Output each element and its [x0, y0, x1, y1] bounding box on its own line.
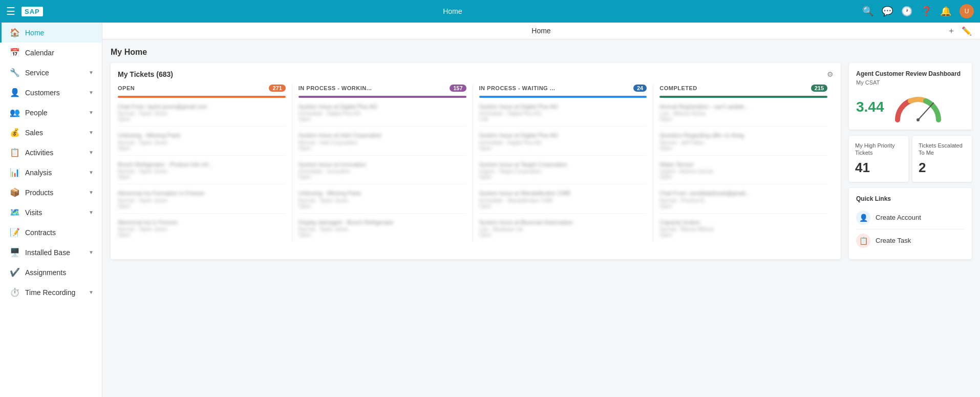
- ticket-sub: Normal - Blanse BithoutOpen: [659, 226, 827, 238]
- metric-value-escalated: 2: [919, 160, 966, 176]
- ticket-text: System Issue at Intel Corporation: [299, 132, 466, 139]
- sidebar-item-customers[interactable]: 👤 Customers ▼: [0, 82, 102, 102]
- bell-icon[interactable]: 🔔: [940, 6, 951, 17]
- ticket-col-completed: COMPLETED 215 Annual Registration - can'…: [653, 85, 834, 242]
- ticket-item[interactable]: System Issue at Wandelbroker CWB Immedia…: [479, 190, 647, 213]
- ticket-sub: Normal - Intel CorporationOpen: [299, 140, 466, 151]
- ticket-item[interactable]: Chat From: taylor.jones@gmail.com Normal…: [118, 103, 286, 127]
- hamburger-menu[interactable]: ☰: [6, 5, 15, 17]
- sidebar-item-products[interactable]: 📦 Products ▼: [0, 182, 102, 202]
- quick-link-create-account[interactable]: 👤 Create Account: [856, 206, 965, 229]
- sidebar-icon-people: 👥: [10, 108, 20, 117]
- sidebar-item-calendar[interactable]: 📅 Calendar: [0, 43, 102, 62]
- sap-logo: SAP: [22, 7, 43, 16]
- right-panel: Agent Customer Review Dashboard My CSAT …: [849, 63, 972, 259]
- sidebar-item-people[interactable]: 👥 People ▼: [0, 102, 102, 122]
- ticket-sub: Immediate - Digital Plus AGOpen: [299, 111, 466, 122]
- ticket-sub: Normal - Taylor JonesOpen: [118, 226, 286, 238]
- ticket-item[interactable]: Chat From: candidatebook@gmail... Normal…: [659, 190, 827, 213]
- ticket-sub: Immediate - Wandelbroker CWBOpen: [479, 198, 647, 209]
- tickets-settings-button[interactable]: ⚙: [827, 70, 834, 78]
- edit-button[interactable]: ✏️: [962, 26, 972, 36]
- ticket-col-open: OPEN 271 Chat From: taylor.jones@gmail.c…: [118, 85, 292, 242]
- ticket-item[interactable]: Capacity broken Normal - Blanse BithoutO…: [659, 219, 827, 242]
- ticket-item[interactable]: Unboxing - Missing Parts Normal - Taylor…: [118, 132, 286, 155]
- nav-center-title: Home: [443, 7, 462, 15]
- sidebar-item-home[interactable]: 🏠 Home: [0, 23, 102, 43]
- ticket-item[interactable]: System Issue at Digital Plus AG Immediat…: [299, 103, 466, 127]
- sidebar-item-installed-base[interactable]: 🖥️ Installed Base ▼: [0, 242, 102, 262]
- main-layout: 🏠 Home 📅 Calendar 🔧 Service ▼ 👤 Customer…: [0, 23, 980, 397]
- sidebar-item-activities[interactable]: 📋 Activities ▼: [0, 142, 102, 162]
- chevron-icon-service: ▼: [89, 70, 94, 75]
- chat-icon[interactable]: 💬: [882, 6, 893, 17]
- sidebar-label-analysis: Analysis: [25, 169, 83, 177]
- ticket-item[interactable]: Annual Registration - can't update... Lo…: [659, 103, 827, 127]
- col-bar-completed: [659, 96, 827, 98]
- sidebar-label-people: People: [25, 109, 83, 117]
- ticket-item[interactable]: System Issue at Digital Plus AG Immediat…: [479, 132, 647, 155]
- ticket-item[interactable]: System Issue at Intel Corporation Normal…: [299, 132, 466, 155]
- ticket-text: System Issue at Wandelbroker CWB: [479, 190, 647, 197]
- sidebar-item-sales[interactable]: 💰 Sales ▼: [0, 122, 102, 142]
- ticket-sub: Low - Bluebase LtdOpen: [479, 226, 647, 238]
- ticket-text: Abnormal Ice in Freezer: [118, 219, 286, 226]
- sidebar-item-analysis[interactable]: 📊 Analysis ▼: [0, 162, 102, 182]
- ticket-item[interactable]: Water Sensor Urgent - Aldona CarrowOpen: [659, 161, 827, 184]
- ticket-item[interactable]: System Issue at Innovation Immediate - I…: [299, 161, 466, 184]
- sidebar-item-visits[interactable]: 🗺️ Visits ▼: [0, 202, 102, 222]
- ticket-item[interactable]: Question Regarding offer on thing Normal…: [659, 132, 827, 155]
- sidebar-icon-products: 📦: [10, 187, 20, 197]
- sidebar-icon-service: 🔧: [10, 68, 20, 77]
- user-avatar[interactable]: U: [960, 4, 974, 18]
- svg-line-0: [918, 103, 933, 120]
- gauge-container: 3.44: [856, 92, 965, 122]
- ticket-sub: Normal - Taylor JonesOpen: [299, 226, 466, 238]
- history-icon[interactable]: 🕐: [901, 6, 912, 17]
- ticket-text: Water Sensor: [659, 161, 827, 169]
- col-bar-in-process-waiting: [479, 96, 647, 98]
- quick-link-create-task[interactable]: 📋 Create Task: [856, 229, 965, 252]
- sidebar-icon-sales: 💰: [10, 128, 20, 137]
- ticket-item[interactable]: Abnormal Ice Formation in Freezer Normal…: [118, 190, 286, 213]
- csat-title: Agent Customer Review Dashboard: [856, 70, 965, 77]
- ticket-sub: Normal - Jeff FallonOpen: [659, 140, 827, 151]
- col-label-completed: COMPLETED: [659, 85, 697, 91]
- ticket-text: System Issue at Bluemart Automation: [479, 219, 647, 226]
- ticket-text: System Issue at Digital Plus AG: [479, 103, 647, 111]
- ticket-item[interactable]: Display damaged - Bosch Refrigerator Nor…: [299, 219, 466, 242]
- add-widget-button[interactable]: ＋: [947, 26, 955, 36]
- metric-card-high-priority: My High Priority Tickets 41: [849, 136, 908, 182]
- quick-link-label-create-task: Create Task: [876, 237, 911, 244]
- tickets-header-row: My Tickets (683) ⚙: [118, 70, 834, 78]
- ticket-text: System Issue at Digital Plus AG: [479, 132, 647, 139]
- sidebar-item-contracts[interactable]: 📝 Contracts: [0, 222, 102, 242]
- sidebar-item-time-recording[interactable]: ⏱️ Time Recording ▼: [0, 282, 102, 302]
- ticket-sub: Immediate - Digital Plus AGLow: [479, 111, 647, 122]
- sidebar-label-home: Home: [25, 29, 94, 37]
- help-icon[interactable]: ❓: [921, 6, 932, 17]
- ticket-sub: Immediate - Digital Plus AGOpen: [479, 140, 647, 151]
- col-badge-open: 271: [269, 85, 285, 92]
- svg-point-1: [917, 118, 920, 121]
- sidebar-icon-home: 🏠: [10, 28, 20, 37]
- ticket-columns: OPEN 271 Chat From: taylor.jones@gmail.c…: [118, 85, 834, 242]
- ticket-item[interactable]: System Issue at Target Corporation Urgen…: [479, 161, 647, 184]
- sidebar-icon-contracts: 📝: [10, 227, 20, 237]
- sidebar-icon-time-recording: ⏱️: [10, 287, 20, 297]
- sidebar-item-assignments[interactable]: ✔️ Assignments: [0, 262, 102, 282]
- ticket-sub: Normal - Pinelma B.Open: [659, 198, 827, 209]
- col-badge-in-process-working: 157: [450, 85, 466, 92]
- search-icon[interactable]: 🔍: [862, 6, 874, 17]
- chevron-icon-time-recording: ▼: [89, 289, 94, 295]
- sidebar-item-service[interactable]: 🔧 Service ▼: [0, 62, 102, 82]
- ticket-item[interactable]: System Issue at Bluemart Automation Low …: [479, 219, 647, 242]
- quick-links-list: 👤 Create Account 📋 Create Task: [856, 206, 965, 252]
- ticket-sub: Normal - Taylor JonesOpen: [118, 140, 286, 151]
- ticket-text: Annual Registration - can't update...: [659, 103, 827, 111]
- metric-label-high-priority: My High Priority Tickets: [855, 142, 902, 157]
- ticket-item[interactable]: Abnormal Ice in Freezer Normal - Taylor …: [118, 219, 286, 242]
- ticket-item[interactable]: System Issue at Digital Plus AG Immediat…: [479, 103, 647, 127]
- ticket-item[interactable]: Bosch Refrigerator - Product Info Inf...…: [118, 161, 286, 184]
- ticket-item[interactable]: Unboxing - Missing Parts Normal - Taylor…: [299, 190, 466, 213]
